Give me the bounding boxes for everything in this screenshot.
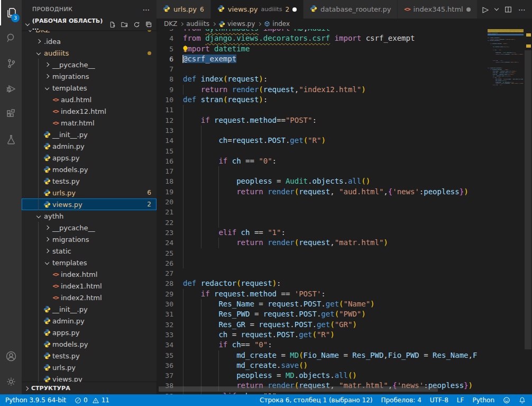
tab-index345-html[interactable]: <> index345.html (398, 0, 477, 19)
code-line[interactable]: 7 (157, 64, 488, 74)
vertical-scrollbar[interactable] (525, 50, 531, 349)
code-line[interactable]: 36 md_create.save() (157, 360, 488, 371)
eol-status[interactable]: LF (453, 394, 469, 406)
code-line[interactable]: 5import datetime (157, 44, 488, 54)
tree-item-admin-py[interactable]: admin.py (22, 140, 157, 152)
tree-item-aythh[interactable]: aythh (22, 210, 157, 222)
source-control-icon[interactable] (0, 51, 22, 76)
tree-item--init-py[interactable]: __init__.py (22, 303, 157, 315)
code-line[interactable]: 30 Res_Name = request.POST.get("Name") (157, 299, 488, 309)
code-line[interactable]: 13 (157, 125, 488, 136)
breadcrumb-item[interactable]: audiiits (186, 20, 209, 28)
settings-gear-icon[interactable] (0, 369, 22, 394)
code-line[interactable]: 37 peopless = MD.objects.all() (157, 371, 488, 381)
notifications-bell-icon[interactable] (515, 394, 532, 406)
accounts-icon[interactable] (0, 344, 22, 369)
feedback-icon[interactable] (499, 394, 515, 406)
minimap[interactable]: from aythh.models import MD,Auditfrom dj… (488, 29, 524, 394)
code-line[interactable]: 31 Res_PWD = request.POST.get("PWD") (157, 309, 488, 319)
new-folder-icon[interactable] (121, 21, 128, 28)
code-line[interactable]: 34 if ch== "0": (157, 340, 488, 350)
code-line[interactable]: 4from django.views.decorators.csrf impor… (157, 33, 488, 43)
code-line[interactable]: 33 ch = request.POST.get("R") (157, 330, 488, 340)
lightbulb-icon[interactable] (182, 46, 189, 52)
code-line[interactable]: 18 peopless = Audit.objects.all() (157, 176, 488, 186)
tree-item--pycache-[interactable]: __pycache__ (22, 222, 157, 233)
code-line[interactable]: 27 (157, 268, 488, 278)
code-line[interactable]: 26 (157, 258, 488, 268)
code-line[interactable]: 20 (157, 197, 488, 207)
cursor-position-status[interactable]: Строка 6, столбец 1 (выбрано 12) (255, 394, 377, 406)
tree-item-static[interactable]: static (22, 245, 157, 257)
code-line[interactable]: 16 if ch == "0": (157, 156, 488, 166)
breadcrumb-item[interactable]: DKZ (164, 20, 177, 28)
tab-database-roouter-py[interactable]: database_roouter.py (304, 0, 398, 19)
tree-item-aud-html[interactable]: <>aud.html (22, 94, 157, 105)
tree-item-models-py[interactable]: models.py (22, 164, 157, 175)
explorer-more-actions-icon[interactable]: ⋯ (143, 5, 150, 14)
tree-item-tests-py[interactable]: tests.py (22, 175, 157, 187)
tab-views-py[interactable]: views.py audiiits 2 (211, 0, 304, 19)
editor-more-actions-icon[interactable]: ⋯ (518, 5, 526, 14)
code-line[interactable]: 22 (157, 218, 488, 228)
tree-item-models-py[interactable]: models.py (22, 338, 157, 350)
run-debug-icon[interactable] (0, 76, 22, 102)
tree-item-admin-py[interactable]: admin.py (22, 315, 157, 327)
tree-item-urls-py[interactable]: urls.py6 (22, 187, 157, 199)
tree-item-audiiits[interactable]: audiiits (22, 47, 157, 59)
dirty-dot-icon[interactable] (292, 7, 297, 12)
code-line[interactable]: 21 (157, 207, 488, 217)
tree-item-templates[interactable]: templates (22, 257, 157, 268)
workspace-section-header[interactable]: (РАБОЧАЯ ОБЛАСТЬ) ... (22, 19, 157, 30)
outline-section-header[interactable]: СТРУКТУРА (22, 382, 157, 394)
language-mode-status[interactable]: Python (468, 394, 499, 406)
tree-item-urls-py[interactable]: urls.py (22, 362, 157, 373)
tree-item--pycache-[interactable]: __pycache__ (22, 59, 157, 70)
new-file-icon[interactable] (109, 21, 116, 28)
code-line[interactable]: 24 return render(request,"matr.html") (157, 238, 488, 248)
split-editor-icon[interactable] (505, 6, 512, 13)
code-line[interactable]: 8def index(request): (157, 74, 488, 84)
code-line[interactable]: 9 return render(request,"index12.html") (157, 85, 488, 95)
search-icon[interactable] (0, 25, 22, 51)
refresh-icon[interactable] (133, 21, 140, 28)
tree-item-index12-html[interactable]: <>index12.html (22, 105, 157, 117)
code-line[interactable]: 17 (157, 166, 488, 176)
code-line[interactable]: 19 return render(request, "aud.html",{'n… (157, 187, 488, 197)
tree-item-apps-py[interactable]: apps.py (22, 152, 157, 164)
horizontal-scrollbar[interactable] (159, 386, 438, 392)
tree-item-templates[interactable]: templates (22, 82, 157, 94)
code-line[interactable]: 29 if request.method == 'POST': (157, 289, 488, 299)
code-line[interactable]: 12 if request.method=="POST": (157, 115, 488, 125)
code-editor[interactable]: 3from aythh.models import MD,Audit4from … (157, 29, 532, 394)
tree-item--idea[interactable]: .idea (22, 35, 157, 47)
tree-item-views-py[interactable]: views.py (22, 373, 157, 382)
code-line[interactable]: 3from aythh.models import MD,Audit (157, 29, 488, 33)
run-dropdown-chevron-icon[interactable] (494, 6, 499, 11)
code-line[interactable]: 14 ch=request.POST.get("R") (157, 136, 488, 146)
tree-item-index1-html[interactable]: <>index1.html (22, 280, 157, 292)
run-python-file-icon[interactable]: ▷ (482, 5, 489, 14)
tree-item-migrations[interactable]: migrations (22, 70, 157, 82)
tree-item-matr-html[interactable]: <>matr.html (22, 117, 157, 129)
code-line[interactable]: 11 (157, 105, 488, 115)
code-line[interactable]: 25 (157, 248, 488, 258)
tree-item-index-html[interactable]: <>index.html (22, 268, 157, 280)
encoding-status[interactable]: UTF-8 (426, 394, 453, 406)
extensions-icon[interactable] (0, 102, 22, 127)
indentation-status[interactable]: Пробелов: 4 (377, 394, 425, 406)
code-line[interactable]: 35 md_create = MD(Fio_Name = Res_PWD,Fio… (157, 350, 488, 360)
tree-item-tests-py[interactable]: tests.py (22, 350, 157, 362)
testing-icon[interactable] (0, 127, 22, 152)
dirty-dot-icon[interactable] (466, 7, 471, 12)
tree-item-views-py[interactable]: views.py2 (22, 199, 157, 210)
tree-item-apps-py[interactable]: apps.py (22, 327, 157, 338)
tree-item-index2-html[interactable]: <>index2.html (22, 292, 157, 303)
code-line[interactable]: 6@csrf_exempt (157, 54, 488, 64)
tab-urls-py[interactable]: urls.py 6 (157, 0, 211, 19)
tree-item--init-py[interactable]: __init__.py (22, 129, 157, 140)
explorer-icon[interactable]: 3 (0, 0, 22, 25)
code-line[interactable]: 23 elif ch == "1": (157, 228, 488, 238)
breadcrumb-item-file[interactable]: views.py (218, 20, 255, 28)
breadcrumb-item-symbol[interactable]: index (264, 20, 290, 28)
